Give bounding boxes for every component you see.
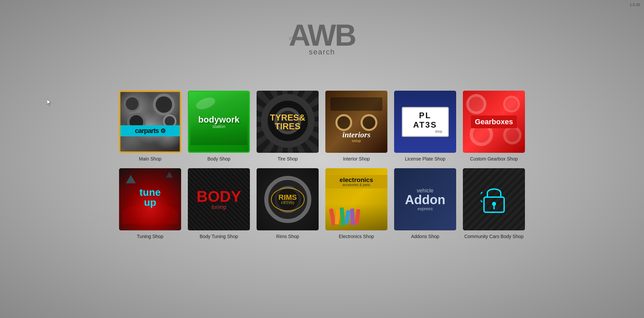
addons-shop-label: Addons Shop (411, 234, 439, 239)
shops-row-1: carparts ⚙ Main Shop bodywork station (119, 91, 525, 162)
shop-item-tire[interactable]: TYRES& TIRES Tire Shop (257, 91, 319, 162)
shop-item-electronics[interactable]: electronics accesories & parts Electroni… (325, 168, 387, 239)
body-tuning-shop-label: Body Tuning Shop (200, 234, 238, 239)
lock-icon (481, 184, 507, 214)
interior-shop-tile-label2: setup (325, 139, 387, 143)
shop-item-gearbox[interactable]: Gearboxes Custom Gearbox Shop (463, 91, 525, 162)
interior-shop-label: Interior Shop (343, 156, 370, 162)
logo-version: v1.29b (289, 36, 303, 41)
shop-item-addons[interactable]: vehicle Addon express Addons Shop (394, 168, 456, 239)
shops-row-2: tune up Tuning Shop BODY tuning (119, 168, 525, 239)
shop-item-community[interactable]: Community Cars Body Shop (463, 168, 525, 239)
electronics-tile-label2: accesories & parts (328, 183, 385, 187)
mouse-cursor (47, 99, 52, 106)
rims-shop-tile-label1: RIMS (278, 194, 297, 201)
tuning-shop-tile-label1: tune (140, 187, 161, 197)
body-shop-tile-label2: station (198, 124, 239, 129)
electronics-tile-label1: electronics (328, 177, 385, 183)
rims-shop-label: Rims Shop (276, 234, 299, 239)
license-plate-text: PL AT3S (408, 110, 442, 129)
tire-shop-label: Tire Shop (277, 156, 298, 162)
main-shop-label: Main Shop (139, 156, 161, 162)
tire-shop-tile-label2: TIRES (270, 122, 305, 131)
addons-tile-label3: express (394, 206, 456, 211)
shop-item-tuning[interactable]: tune up Tuning Shop (119, 168, 181, 239)
tire-shop-tile-label1: TYRES& (270, 113, 305, 122)
body-shop-tile-label1: bodywork (198, 115, 239, 124)
license-shop-text: shop (408, 129, 442, 133)
body-tuning-tile-label1: BODY (197, 189, 241, 204)
shop-item-rims[interactable]: RIMS FIFTY50 Rims Shop (257, 168, 319, 239)
community-shop-label: Community Cars Body Shop (464, 234, 524, 239)
gearbox-shop-label: Custom Gearbox Shop (470, 156, 518, 162)
shop-item-interior[interactable]: interiors setup Interior Shop (325, 91, 387, 162)
rims-shop-tile-label2: FIFTY50 (281, 201, 294, 205)
license-shop-label: License Plate Shop (405, 156, 445, 162)
svg-point-2 (492, 202, 496, 206)
logo-text: AWB (289, 20, 355, 50)
shops-container: carparts ⚙ Main Shop bodywork station (119, 91, 525, 239)
tuning-shop-label: Tuning Shop (137, 234, 163, 239)
version-badge: 1.0.30 (630, 3, 640, 7)
addons-tile-label2: Addon (394, 193, 456, 206)
tuning-shop-tile-label2: up (140, 197, 161, 208)
gearbox-shop-tile-label: Gearboxes (475, 118, 513, 126)
body-shop-label: Body Shop (207, 156, 230, 162)
shop-item-body-tuning[interactable]: BODY tuning Body Tuning Shop (188, 168, 250, 239)
logo-area: AWB v1.29b search (289, 20, 355, 56)
shop-item-body[interactable]: bodywork station Body Shop (188, 91, 250, 162)
shop-item-main[interactable]: carparts ⚙ Main Shop (119, 91, 181, 162)
main-shop-tile-label: carparts ⚙ (135, 127, 165, 134)
interior-shop-tile-label1: interiors (325, 131, 387, 139)
shop-item-license[interactable]: PL AT3S shop License Plate Shop (394, 91, 456, 162)
svg-marker-0 (47, 99, 51, 106)
electronics-shop-label: Electronics Shop (339, 234, 374, 239)
